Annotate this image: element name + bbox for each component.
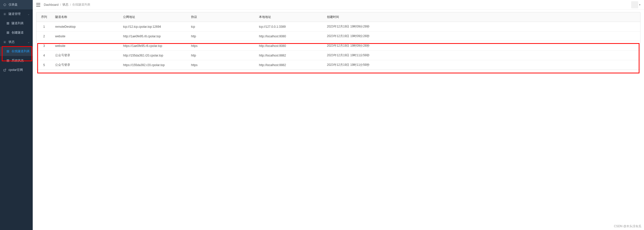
svg-rect-18 [8,61,9,62]
breadcrumb-separator: / [60,3,61,7]
table-cell-name: website [52,41,120,51]
column-proto: 协议 [187,12,255,22]
breadcrumb-link[interactable]: 状态 [62,3,68,7]
svg-rect-8 [7,33,8,34]
table-cell-seq: 2 [36,32,52,41]
sidebar-item-label: 创建隧道 [12,31,24,35]
user-menu[interactable]: ▾ [631,1,640,8]
sidebar-item-label: 在线隧道列表 [12,49,30,53]
sidebar-item-online-tunnels[interactable]: 在线隧道列表 [0,47,33,56]
svg-rect-6 [7,32,8,32]
table-row: 5公众号登录https://155da392.r20.cpolar.tophtt… [36,60,640,70]
breadcrumb-link[interactable]: Dashboard [44,3,59,7]
table-cell-proto: tcp [187,22,255,32]
table-cell-seq: 4 [36,51,52,60]
svg-rect-11 [7,50,8,51]
sidebar-item-label: 系统状态 [12,59,24,63]
table-cell-url: http://1ae0fe95.r8.cpolar.top [120,32,187,41]
chevron-up-icon: ⌃ [28,41,30,43]
table-container: 序列 隧道名称 公网地址 协议 本地地址 创建时间 1remoteDesktop… [36,12,640,70]
table-cell-seq: 1 [36,22,52,32]
svg-rect-12 [8,50,9,51]
table-cell-created: 2023年12月19日 19时09分28秒 [323,32,640,41]
table-cell-local: http://localhost:8882 [255,60,323,70]
table-cell-seq: 5 [36,60,52,70]
sidebar-item-label: 状态 [9,40,28,44]
table-cell-created: 2023年12月19日 19时11分59秒 [323,60,640,70]
column-created: 创建时间 [323,12,640,22]
svg-rect-14 [8,51,9,52]
svg-rect-17 [7,61,8,62]
sidebar: 仪表盘 隧道管理 ⌃ 隧道列表 创建隧道 状态 ⌃ [0,0,33,230]
column-local: 本地地址 [255,12,323,22]
table-cell-created: 2023年12月19日 19时11分59秒 [323,51,640,60]
table-cell-name: 公众号登录 [52,51,120,60]
breadcrumb-current: 在线隧道列表 [72,3,90,7]
sidebar-item-dashboard[interactable]: 仪表盘 [0,0,33,9]
breadcrumb-separator: / [70,3,71,7]
table-cell-local: http://localhost:8080 [255,41,323,51]
gear-icon [3,41,7,44]
table-cell-local: http://localhost:8080 [255,32,323,41]
table-row: 3websitehttps://1ae0fe95.r8.cpolar.topht… [36,41,640,51]
table-cell-seq: 3 [36,41,52,51]
header: Dashboard / 状态 / 在线隧道列表 ▾ [33,0,644,10]
table-cell-local: http://localhost:8882 [255,51,323,60]
svg-rect-2 [7,22,8,23]
external-link-icon [3,69,7,72]
table-cell-url: tcp://12.tcp.cpolar.top:12694 [120,22,187,32]
avatar [631,1,638,8]
gear-icon [3,13,7,16]
table-cell-name: remoteDesktop [52,22,120,32]
table-header-row: 序列 隧道名称 公网地址 协议 本地地址 创建时间 [36,12,640,22]
table-cell-proto: http [187,51,255,60]
table-cell-created: 2023年12月19日 19时09分29秒 [323,22,640,32]
svg-point-10 [5,42,5,42]
sidebar-item-label: 仪表盘 [9,3,30,7]
table-row: 2websitehttp://1ae0fe95.r8.cpolar.tophtt… [36,32,640,41]
svg-rect-15 [7,60,8,60]
svg-rect-3 [8,22,9,23]
column-url: 公网地址 [120,12,187,22]
chevron-down-icon: ▾ [639,4,640,6]
grid-icon [6,50,10,53]
breadcrumb: Dashboard / 状态 / 在线隧道列表 [44,3,90,7]
svg-rect-9 [8,33,9,34]
svg-rect-7 [8,32,9,32]
sidebar-item-cpolar-site[interactable]: cpolar官网 [0,65,33,75]
table-cell-created: 2023年12月19日 19时09分28秒 [323,41,640,51]
hamburger-menu[interactable] [36,3,40,7]
table-cell-local: tcp://127.0.0.1:3389 [255,22,323,32]
sidebar-item-tunnel-list[interactable]: 隧道列表 [0,19,33,28]
content: 序列 隧道名称 公网地址 协议 本地地址 创建时间 1remoteDesktop… [33,10,644,72]
svg-rect-5 [8,23,9,24]
sidebar-item-label: 隧道管理 [9,12,28,16]
tunnel-table: 序列 隧道名称 公网地址 协议 本地地址 创建时间 1remoteDesktop… [36,12,640,70]
watermark: CSDN @木头没有瓜 [614,224,641,228]
table-cell-name: 公众号登录 [52,60,120,70]
svg-rect-4 [7,23,8,24]
sidebar-item-label: cpolar官网 [9,68,30,72]
table-cell-url: https://1ae0fe95.r8.cpolar.top [120,41,187,51]
table-cell-proto: http [187,32,255,41]
sidebar-group-status[interactable]: 状态 ⌃ [0,37,33,47]
sidebar-item-label: 隧道列表 [12,21,24,25]
sidebar-item-create-tunnel[interactable]: 创建隧道 [0,28,33,37]
sidebar-group-tunnel[interactable]: 隧道管理 ⌃ [0,9,33,19]
chevron-up-icon: ⌃ [28,13,30,15]
grid-icon [6,59,10,62]
svg-rect-16 [8,60,9,60]
table-cell-proto: https [187,60,255,70]
svg-rect-13 [7,51,8,52]
table-row: 1remoteDesktoptcp://12.tcp.cpolar.top:12… [36,22,640,32]
table-cell-name: website [52,32,120,41]
table-cell-url: http://155da392.r20.cpolar.top [120,51,187,60]
grid-icon [6,31,10,34]
column-seq: 序列 [36,12,52,22]
column-name: 隧道名称 [52,12,120,22]
table-row: 4公众号登录http://155da392.r20.cpolar.tophttp… [36,51,640,60]
table-cell-proto: https [187,41,255,51]
sidebar-item-system-status[interactable]: 系统状态 [0,56,33,65]
dashboard-icon [3,3,7,6]
svg-point-1 [5,14,5,14]
